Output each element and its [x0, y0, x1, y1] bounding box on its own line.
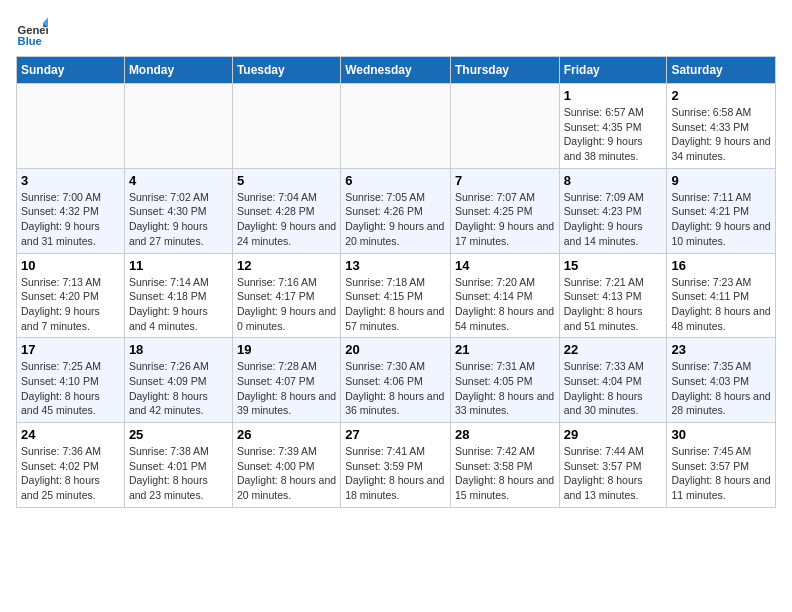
- cell-info: Sunrise: 7:30 AM Sunset: 4:06 PM Dayligh…: [345, 359, 446, 418]
- day-number: 24: [21, 427, 120, 442]
- calendar-cell: [450, 84, 559, 169]
- calendar-cell: 13Sunrise: 7:18 AM Sunset: 4:15 PM Dayli…: [341, 253, 451, 338]
- calendar-cell: 27Sunrise: 7:41 AM Sunset: 3:59 PM Dayli…: [341, 423, 451, 508]
- week-row: 17Sunrise: 7:25 AM Sunset: 4:10 PM Dayli…: [17, 338, 776, 423]
- day-header-saturday: Saturday: [667, 57, 776, 84]
- calendar-cell: 7Sunrise: 7:07 AM Sunset: 4:25 PM Daylig…: [450, 168, 559, 253]
- day-number: 26: [237, 427, 336, 442]
- calendar-cell: 14Sunrise: 7:20 AM Sunset: 4:14 PM Dayli…: [450, 253, 559, 338]
- cell-info: Sunrise: 7:41 AM Sunset: 3:59 PM Dayligh…: [345, 444, 446, 503]
- calendar-cell: 4Sunrise: 7:02 AM Sunset: 4:30 PM Daylig…: [124, 168, 232, 253]
- day-number: 14: [455, 258, 555, 273]
- cell-info: Sunrise: 7:20 AM Sunset: 4:14 PM Dayligh…: [455, 275, 555, 334]
- day-header-monday: Monday: [124, 57, 232, 84]
- day-number: 25: [129, 427, 228, 442]
- day-number: 29: [564, 427, 663, 442]
- cell-info: Sunrise: 7:26 AM Sunset: 4:09 PM Dayligh…: [129, 359, 228, 418]
- day-number: 23: [671, 342, 771, 357]
- day-number: 2: [671, 88, 771, 103]
- day-header-friday: Friday: [559, 57, 667, 84]
- calendar-table: SundayMondayTuesdayWednesdayThursdayFrid…: [16, 56, 776, 508]
- cell-info: Sunrise: 7:23 AM Sunset: 4:11 PM Dayligh…: [671, 275, 771, 334]
- calendar-cell: 12Sunrise: 7:16 AM Sunset: 4:17 PM Dayli…: [232, 253, 340, 338]
- day-number: 15: [564, 258, 663, 273]
- calendar-cell: 2Sunrise: 6:58 AM Sunset: 4:33 PM Daylig…: [667, 84, 776, 169]
- calendar-cell: [341, 84, 451, 169]
- day-number: 21: [455, 342, 555, 357]
- svg-text:Blue: Blue: [18, 35, 42, 47]
- cell-info: Sunrise: 7:31 AM Sunset: 4:05 PM Dayligh…: [455, 359, 555, 418]
- logo-icon: General Blue: [16, 16, 48, 48]
- calendar-cell: 15Sunrise: 7:21 AM Sunset: 4:13 PM Dayli…: [559, 253, 667, 338]
- cell-info: Sunrise: 7:45 AM Sunset: 3:57 PM Dayligh…: [671, 444, 771, 503]
- cell-info: Sunrise: 7:18 AM Sunset: 4:15 PM Dayligh…: [345, 275, 446, 334]
- calendar-cell: [232, 84, 340, 169]
- calendar-cell: 16Sunrise: 7:23 AM Sunset: 4:11 PM Dayli…: [667, 253, 776, 338]
- day-number: 3: [21, 173, 120, 188]
- week-row: 10Sunrise: 7:13 AM Sunset: 4:20 PM Dayli…: [17, 253, 776, 338]
- day-number: 17: [21, 342, 120, 357]
- cell-info: Sunrise: 7:11 AM Sunset: 4:21 PM Dayligh…: [671, 190, 771, 249]
- week-row: 24Sunrise: 7:36 AM Sunset: 4:02 PM Dayli…: [17, 423, 776, 508]
- calendar-body: 1Sunrise: 6:57 AM Sunset: 4:35 PM Daylig…: [17, 84, 776, 508]
- day-number: 27: [345, 427, 446, 442]
- cell-info: Sunrise: 7:05 AM Sunset: 4:26 PM Dayligh…: [345, 190, 446, 249]
- calendar-cell: 18Sunrise: 7:26 AM Sunset: 4:09 PM Dayli…: [124, 338, 232, 423]
- cell-info: Sunrise: 6:57 AM Sunset: 4:35 PM Dayligh…: [564, 105, 663, 164]
- day-number: 28: [455, 427, 555, 442]
- cell-info: Sunrise: 7:02 AM Sunset: 4:30 PM Dayligh…: [129, 190, 228, 249]
- cell-info: Sunrise: 7:16 AM Sunset: 4:17 PM Dayligh…: [237, 275, 336, 334]
- calendar-cell: 26Sunrise: 7:39 AM Sunset: 4:00 PM Dayli…: [232, 423, 340, 508]
- cell-info: Sunrise: 6:58 AM Sunset: 4:33 PM Dayligh…: [671, 105, 771, 164]
- cell-info: Sunrise: 7:09 AM Sunset: 4:23 PM Dayligh…: [564, 190, 663, 249]
- cell-info: Sunrise: 7:28 AM Sunset: 4:07 PM Dayligh…: [237, 359, 336, 418]
- header: General Blue: [16, 16, 776, 48]
- calendar-cell: 6Sunrise: 7:05 AM Sunset: 4:26 PM Daylig…: [341, 168, 451, 253]
- day-number: 12: [237, 258, 336, 273]
- day-header-wednesday: Wednesday: [341, 57, 451, 84]
- calendar-cell: 25Sunrise: 7:38 AM Sunset: 4:01 PM Dayli…: [124, 423, 232, 508]
- calendar-cell: 22Sunrise: 7:33 AM Sunset: 4:04 PM Dayli…: [559, 338, 667, 423]
- day-number: 9: [671, 173, 771, 188]
- day-header-tuesday: Tuesday: [232, 57, 340, 84]
- calendar-cell: 3Sunrise: 7:00 AM Sunset: 4:32 PM Daylig…: [17, 168, 125, 253]
- calendar-cell: 30Sunrise: 7:45 AM Sunset: 3:57 PM Dayli…: [667, 423, 776, 508]
- cell-info: Sunrise: 7:13 AM Sunset: 4:20 PM Dayligh…: [21, 275, 120, 334]
- calendar-cell: 28Sunrise: 7:42 AM Sunset: 3:58 PM Dayli…: [450, 423, 559, 508]
- cell-info: Sunrise: 7:36 AM Sunset: 4:02 PM Dayligh…: [21, 444, 120, 503]
- calendar-cell: 19Sunrise: 7:28 AM Sunset: 4:07 PM Dayli…: [232, 338, 340, 423]
- calendar-cell: [124, 84, 232, 169]
- calendar-cell: 10Sunrise: 7:13 AM Sunset: 4:20 PM Dayli…: [17, 253, 125, 338]
- week-row: 1Sunrise: 6:57 AM Sunset: 4:35 PM Daylig…: [17, 84, 776, 169]
- cell-info: Sunrise: 7:44 AM Sunset: 3:57 PM Dayligh…: [564, 444, 663, 503]
- calendar-cell: [17, 84, 125, 169]
- day-number: 10: [21, 258, 120, 273]
- logo: General Blue: [16, 16, 52, 48]
- cell-info: Sunrise: 7:04 AM Sunset: 4:28 PM Dayligh…: [237, 190, 336, 249]
- week-row: 3Sunrise: 7:00 AM Sunset: 4:32 PM Daylig…: [17, 168, 776, 253]
- day-number: 1: [564, 88, 663, 103]
- calendar-cell: 11Sunrise: 7:14 AM Sunset: 4:18 PM Dayli…: [124, 253, 232, 338]
- calendar-cell: 24Sunrise: 7:36 AM Sunset: 4:02 PM Dayli…: [17, 423, 125, 508]
- day-number: 4: [129, 173, 228, 188]
- cell-info: Sunrise: 7:07 AM Sunset: 4:25 PM Dayligh…: [455, 190, 555, 249]
- day-header-sunday: Sunday: [17, 57, 125, 84]
- day-number: 7: [455, 173, 555, 188]
- cell-info: Sunrise: 7:35 AM Sunset: 4:03 PM Dayligh…: [671, 359, 771, 418]
- calendar-cell: 23Sunrise: 7:35 AM Sunset: 4:03 PM Dayli…: [667, 338, 776, 423]
- calendar-cell: 1Sunrise: 6:57 AM Sunset: 4:35 PM Daylig…: [559, 84, 667, 169]
- day-number: 30: [671, 427, 771, 442]
- calendar-cell: 29Sunrise: 7:44 AM Sunset: 3:57 PM Dayli…: [559, 423, 667, 508]
- day-number: 18: [129, 342, 228, 357]
- day-header-thursday: Thursday: [450, 57, 559, 84]
- cell-info: Sunrise: 7:38 AM Sunset: 4:01 PM Dayligh…: [129, 444, 228, 503]
- day-number: 22: [564, 342, 663, 357]
- day-number: 5: [237, 173, 336, 188]
- cell-info: Sunrise: 7:42 AM Sunset: 3:58 PM Dayligh…: [455, 444, 555, 503]
- calendar-cell: 5Sunrise: 7:04 AM Sunset: 4:28 PM Daylig…: [232, 168, 340, 253]
- calendar-cell: 17Sunrise: 7:25 AM Sunset: 4:10 PM Dayli…: [17, 338, 125, 423]
- cell-info: Sunrise: 7:21 AM Sunset: 4:13 PM Dayligh…: [564, 275, 663, 334]
- day-number: 11: [129, 258, 228, 273]
- day-number: 16: [671, 258, 771, 273]
- day-number: 20: [345, 342, 446, 357]
